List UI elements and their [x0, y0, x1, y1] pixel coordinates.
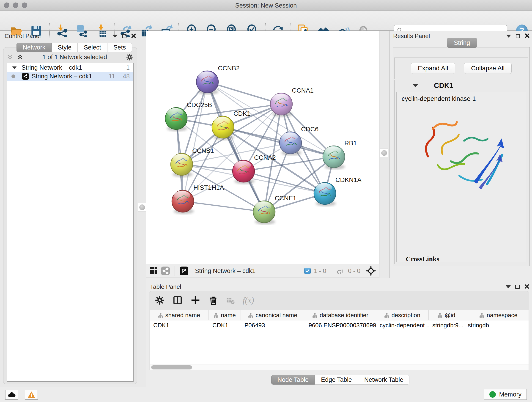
network-node[interactable]: HIST1H1A: [172, 184, 224, 214]
gene-content: cyclin-dependent kinase 1: [396, 92, 526, 262]
results-button-row: Expand All Collapse All: [394, 57, 528, 79]
node-label: CDC6: [301, 126, 318, 133]
crosslinks-section: CrossLinks Uniprot:P06493GeneCard:P06493…: [406, 255, 519, 262]
network-row[interactable]: String Network – cdk1 11 48: [7, 72, 133, 81]
table-cell: cyclin-dependent ...: [376, 320, 429, 330]
window-title: Session: New Session: [0, 2, 532, 9]
birdseye-grid-icon[interactable]: [149, 267, 158, 275]
delete-column-icon[interactable]: [208, 295, 218, 305]
control-panel-tabs: NetworkStyleSelectSets: [17, 43, 132, 52]
gene-description: cyclin-dependent kinase 1: [397, 92, 526, 102]
network-node[interactable]: CCNA1: [270, 87, 314, 117]
network-badge-icon[interactable]: [161, 266, 170, 275]
column-header-canonical-name[interactable]: canonical name: [241, 310, 305, 320]
delete-table-icon[interactable]: [226, 295, 235, 305]
table-cell: 9606.ENSP00000378699: [305, 320, 376, 330]
gene-section: CDK1 cyclin-dependent kinase 1: [394, 80, 528, 264]
network-edge[interactable]: [183, 82, 207, 201]
cloud-button[interactable]: [5, 390, 18, 400]
panel-close-icon[interactable]: [524, 284, 529, 290]
column-header-shared-name[interactable]: shared name: [150, 310, 209, 320]
left-splitter-handle[interactable]: [138, 203, 146, 211]
create-column-icon[interactable]: [190, 295, 201, 305]
column-header-name[interactable]: name: [209, 310, 241, 320]
show-columns-icon[interactable]: [172, 295, 183, 305]
selected-counts: 1 - 0: [314, 268, 326, 274]
titlebar: Session: New Session: [0, 0, 532, 11]
collapse-all-icon[interactable]: [7, 54, 13, 61]
protein-structure-image: [413, 105, 520, 201]
gene-header[interactable]: CDK1: [394, 80, 528, 91]
network-status-dot: [12, 75, 15, 78]
function-builder-icon[interactable]: f(x): [243, 295, 254, 305]
table-toolbar: f(x): [149, 291, 529, 309]
column-header-namespace[interactable]: namespace: [464, 310, 529, 320]
table-panel-title: Table Panel: [150, 283, 181, 290]
right-splitter-handle[interactable]: [380, 148, 388, 157]
application-window: Session: New Session: [0, 0, 532, 402]
gene-name: CDK1: [434, 82, 453, 90]
table-panel: Table Panel f(x) shared namenamecanonica…: [146, 278, 532, 387]
collection-label: String Network – cdk1: [22, 64, 126, 71]
node-table-container: f(x) shared namenamecanonical namedataba…: [149, 291, 529, 370]
tab-node-table[interactable]: Node Table: [271, 375, 315, 385]
control-panel-title: Control Panel: [5, 32, 41, 40]
gear-icon[interactable]: [126, 53, 133, 61]
column-header-@id[interactable]: @id: [429, 310, 464, 320]
table-cell: CDK1: [209, 320, 241, 330]
collapse-all-button[interactable]: Collapse All: [464, 63, 512, 74]
tab-sets[interactable]: Sets: [107, 43, 132, 52]
scrollbar-thumb[interactable]: [151, 365, 192, 370]
tab-select[interactable]: Select: [78, 43, 107, 52]
column-header-database-identifier[interactable]: database identifier: [305, 310, 376, 320]
expand-all-button[interactable]: Expand All: [411, 63, 455, 74]
network-node[interactable]: CDKN1A: [314, 176, 361, 206]
network-tab-body: 1 of 1 Network selected String Network –…: [3, 47, 137, 384]
memory-button[interactable]: Memory: [484, 389, 527, 400]
network-edge[interactable]: [207, 82, 281, 104]
network-canvas[interactable]: CCNB2CCNA1CDC25BCDK1CDC6RB1CCNB1CCNA2CDK…: [146, 31, 380, 264]
network-node[interactable]: RB1: [323, 140, 357, 170]
node-label: HIST1H1A: [193, 184, 224, 191]
tab-edge-table[interactable]: Edge Table: [315, 375, 358, 385]
horizontal-scrollbar[interactable]: [150, 364, 529, 370]
network-collection-row[interactable]: String Network – cdk1 1: [7, 63, 133, 72]
collection-count: 1: [126, 64, 130, 71]
column-header-description[interactable]: description: [376, 310, 429, 320]
tab-network-table[interactable]: Network Table: [358, 375, 410, 385]
string-results-container: Expand All Collapse All CDK1 cyclin-depe…: [393, 47, 530, 266]
tab-string[interactable]: String: [447, 38, 477, 48]
tab-style[interactable]: Style: [51, 43, 78, 52]
node-label: CCNB1: [192, 147, 214, 154]
panel-menu-icon[interactable]: [506, 35, 511, 38]
network-node[interactable]: CCNB1: [171, 147, 214, 177]
panel-float-icon[interactable]: [122, 34, 127, 38]
open-in-new-icon[interactable]: [179, 266, 189, 275]
network-node[interactable]: CCNE1: [253, 195, 297, 225]
hidden-eye-icon[interactable]: [336, 267, 345, 275]
panel-float-icon[interactable]: [516, 34, 520, 38]
selected-checkbox-icon[interactable]: [304, 268, 311, 274]
fit-selected-crosshair-icon[interactable]: [366, 266, 376, 276]
tab-network[interactable]: Network: [17, 43, 51, 52]
table-cell: P06493: [241, 320, 305, 330]
network-edge[interactable]: [183, 201, 264, 212]
warnings-button[interactable]: [25, 390, 38, 400]
edge-count: 48: [123, 73, 130, 80]
collapse-gene-icon[interactable]: [413, 84, 418, 87]
network-edge[interactable]: [207, 82, 264, 212]
panel-close-icon[interactable]: [525, 33, 530, 39]
expand-all-icon[interactable]: [17, 54, 24, 61]
panel-menu-icon[interactable]: [506, 285, 511, 288]
collapse-icon[interactable]: [12, 66, 17, 69]
node-label: CCNA2: [254, 154, 276, 161]
panel-close-icon[interactable]: [131, 33, 136, 39]
node-label: RB1: [344, 140, 357, 147]
table-settings-gear-icon[interactable]: [155, 295, 165, 305]
hidden-counts: 0 - 0: [348, 268, 360, 274]
panel-menu-icon[interactable]: [113, 35, 118, 38]
network-icon: [22, 73, 29, 80]
panel-float-icon[interactable]: [515, 285, 520, 289]
node-label: CDKN1A: [336, 176, 361, 183]
table-row[interactable]: CDK1CDK1P064939606.ENSP00000378699cyclin…: [150, 320, 529, 330]
